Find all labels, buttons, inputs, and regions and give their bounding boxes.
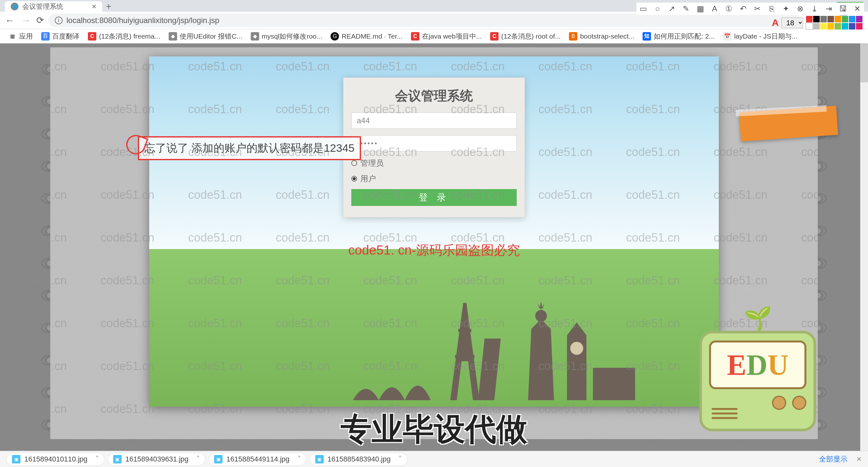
pin-tool-icon[interactable]: ⊗ [795, 3, 806, 14]
color-swatch[interactable] [806, 23, 813, 30]
bookmark-item[interactable]: C在java web项目中... [408, 30, 485, 42]
color-swatch[interactable] [820, 15, 827, 23]
bookmark-item[interactable]: ◆使用UEditor 报错C... [165, 30, 246, 42]
color-swatch[interactable] [813, 23, 820, 30]
share-tool-icon[interactable]: ⇥ [823, 3, 834, 14]
chevron-up-icon[interactable]: ˄ [196, 455, 200, 463]
close-bar-icon[interactable]: × [857, 454, 862, 464]
scrollbar-thumb[interactable] [860, 43, 868, 82]
back-button[interactable]: ← [4, 15, 16, 26]
chevron-up-icon[interactable]: ˄ [95, 455, 99, 463]
site-icon: 📅 [723, 32, 732, 40]
text-tool-icon[interactable]: A [709, 3, 720, 14]
apps-bookmark[interactable]: ▦应用 [5, 30, 36, 42]
color-swatch[interactable] [848, 23, 856, 30]
login-button[interactable]: 登 录 [351, 189, 517, 206]
url-text: localhost:8080/huiyiguanlixitong/jsp/log… [66, 16, 219, 25]
color-swatch[interactable] [806, 15, 813, 23]
number-tool-icon[interactable]: ① [723, 3, 734, 14]
chevron-up-icon[interactable]: ˄ [398, 455, 402, 463]
tab-title: 会议管理系统 [22, 2, 63, 11]
site-icon: C [490, 32, 499, 40]
bookmark-item[interactable]: 百百度翻译 [38, 30, 83, 42]
color-swatch[interactable] [820, 23, 827, 30]
color-swatch[interactable] [856, 23, 863, 30]
color-swatch[interactable] [834, 23, 841, 30]
color-swatch[interactable] [841, 15, 848, 23]
chevron-up-icon[interactable]: ˄ [298, 455, 301, 463]
annotation-callout[interactable]: 忘了说了 添加的账户的默认密码都是12345 [138, 136, 361, 160]
svg-rect-1 [455, 355, 474, 358]
tv-knob-icon [772, 396, 786, 410]
video-caption: 专业毕设代做 [341, 409, 527, 451]
bookmark-item[interactable]: 知如何用正则匹配: 2... [639, 30, 718, 42]
text-style-icon[interactable]: A [772, 17, 779, 28]
svg-rect-6 [593, 368, 635, 400]
undo-icon[interactable]: ↶ [738, 3, 749, 14]
password-input[interactable]: •••••• [351, 135, 517, 151]
bookmark-item[interactable]: 📅layDate - JS日期与... [720, 30, 801, 42]
url-bar[interactable]: i localhost:8080/huiyiguanlixitong/jsp/l… [48, 13, 801, 27]
show-all-downloads-link[interactable]: 全部显示 [819, 454, 847, 464]
save-tool-icon[interactable]: 🖫 [838, 3, 848, 14]
site-info-icon[interactable]: i [55, 17, 63, 24]
bookmarks-bar: ▦应用 百百度翻译 C(12条消息) freema... ◆使用UEditor … [0, 29, 868, 43]
color-swatch[interactable] [848, 15, 856, 23]
browser-tab[interactable]: 🌐 会议管理系统 × [5, 1, 102, 12]
color-swatches[interactable] [806, 15, 864, 30]
tv-speaker-lines [712, 408, 738, 419]
download-item[interactable]: ▣1615885483940.jpg˄ [310, 453, 408, 466]
svg-point-3 [535, 310, 547, 322]
login-title: 会议管理系统 [351, 87, 517, 105]
svg-point-5 [570, 342, 583, 355]
download-item[interactable]: ▣1615894039631.jpg˄ [108, 453, 206, 466]
sprout-icon: 🌱 [744, 305, 772, 332]
close-icon[interactable]: × [92, 2, 96, 11]
download-item[interactable]: ▣1615894010110.jpg˄ [6, 453, 104, 466]
edu-tv-illustration: 🌱 E D U [699, 321, 816, 431]
color-swatch[interactable] [841, 23, 848, 30]
font-size-select[interactable]: 18 [781, 18, 803, 28]
image-file-icon: ▣ [315, 455, 324, 463]
image-file-icon: ▣ [12, 455, 21, 463]
bookmark-item[interactable]: GREADME.md · Ter... [327, 31, 406, 42]
vertical-scrollbar[interactable] [860, 43, 868, 451]
site-icon: 百 [41, 32, 50, 40]
sticker-tool-icon[interactable]: ✂ [752, 3, 763, 14]
upload-tool-icon[interactable]: ⤓ [809, 3, 820, 14]
ocr-tool-icon[interactable]: ⎘ [766, 3, 777, 14]
circle-tool-icon[interactable]: ○ [652, 3, 663, 14]
forward-button[interactable]: → [20, 15, 32, 26]
radio-icon [351, 160, 357, 166]
color-swatch[interactable] [813, 15, 820, 23]
download-item[interactable]: ▣1615885449114.jpg˄ [209, 453, 307, 466]
bookmark-item[interactable]: Bbootstrap-select... [566, 31, 638, 42]
color-swatch[interactable] [834, 15, 841, 23]
tv-body: E D U [699, 331, 816, 431]
role-radio-user[interactable]: 用户 [351, 174, 517, 184]
highlight-tool-icon[interactable]: ✦ [780, 3, 792, 14]
site-icon: ◆ [251, 32, 259, 40]
mosaic-tool-icon[interactable]: ▦ [695, 3, 706, 14]
site-icon: ◆ [169, 32, 177, 40]
reload-button[interactable]: ⟳ [36, 15, 44, 26]
downloads-bar: ▣1615894010110.jpg˄ ▣1615894039631.jpg˄ … [0, 451, 868, 467]
cancel-tool-icon[interactable]: ✕ [852, 3, 863, 14]
bookmark-item[interactable]: C(12条消息) freema... [85, 30, 163, 42]
username-input[interactable]: a44 [351, 113, 517, 129]
site-icon: C [411, 32, 420, 40]
annotation-toolbar: ▭ ○ ↗ ✎ ▦ A ① ↶ ✂ ⎘ ✦ ⊗ ⤓ ⇥ 🖫 ✕ [637, 3, 864, 15]
color-swatch[interactable] [856, 15, 863, 23]
color-swatch[interactable] [827, 23, 834, 30]
pen-tool-icon[interactable]: ✎ [681, 3, 691, 14]
color-swatch[interactable] [827, 15, 834, 23]
apps-icon: ▦ [8, 32, 17, 40]
bookmark-item[interactable]: ◆mysql如何修改roo... [247, 30, 326, 42]
arrow-tool-icon[interactable]: ↗ [666, 3, 677, 14]
new-tab-button[interactable]: + [102, 1, 115, 12]
role-radio-admin[interactable]: 管理员 [351, 158, 517, 168]
tv-knob-icon [792, 396, 806, 410]
rect-tool-icon[interactable]: ▭ [638, 3, 649, 14]
bookmark-item[interactable]: C(12条消息) root of... [487, 30, 564, 42]
site-icon: C [88, 32, 96, 40]
